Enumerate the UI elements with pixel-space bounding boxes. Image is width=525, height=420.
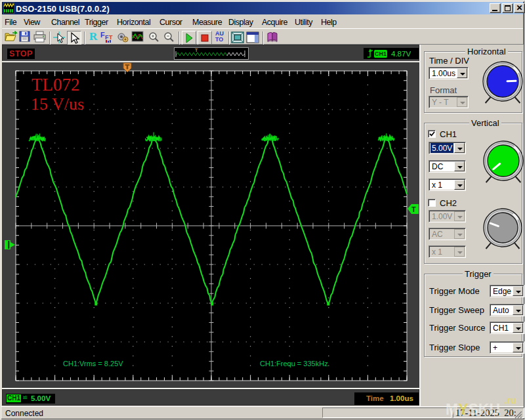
svg-text:T: T xyxy=(195,48,198,52)
svg-text:T: T xyxy=(411,205,416,213)
svg-text:F: F xyxy=(100,31,105,39)
svg-text:T: T xyxy=(109,34,113,41)
